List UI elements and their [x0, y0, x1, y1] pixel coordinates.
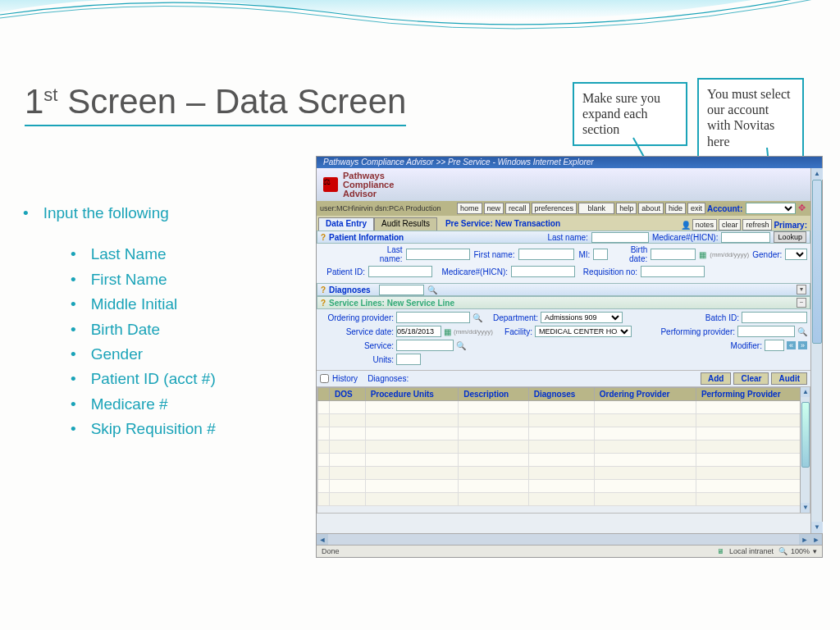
- status-zone: Local intranet: [729, 547, 774, 555]
- blank-abn-button[interactable]: blank ABN: [578, 203, 614, 214]
- units-input[interactable]: [396, 354, 421, 365]
- account-select[interactable]: [746, 203, 796, 214]
- gender-select[interactable]: [785, 249, 807, 260]
- req-input[interactable]: [641, 266, 705, 277]
- date-hint: (mm/dd/yyyy): [454, 328, 493, 336]
- col-ordering[interactable]: Ordering Provider: [594, 388, 696, 401]
- service-label: Service:: [320, 341, 394, 350]
- lookup-button[interactable]: Lookup: [774, 231, 806, 243]
- search-icon[interactable]: 🔍: [472, 313, 482, 322]
- hdr-medicare-label: Medicare#(HICN):: [652, 233, 719, 242]
- scroll-down-icon[interactable]: ▼: [801, 503, 810, 513]
- hdr-medicare-input[interactable]: [721, 232, 770, 243]
- diagnoses-input[interactable]: [379, 285, 424, 295]
- collapse-icon[interactable]: −: [797, 298, 806, 308]
- next-icon[interactable]: »: [798, 341, 807, 349]
- scroll-right2-icon[interactable]: ►: [810, 534, 822, 546]
- table-row[interactable]: [318, 480, 810, 493]
- help-icon[interactable]: ?: [321, 233, 326, 242]
- transaction-subtitle: Pre Service: New Transaction: [445, 219, 560, 228]
- recall-button[interactable]: recall: [505, 203, 530, 214]
- service-lines-header: ? Service Lines: New Service Line −: [317, 296, 810, 309]
- medicare-input[interactable]: [511, 266, 575, 277]
- scroll-thumb[interactable]: [812, 180, 822, 344]
- units-label: Units:: [320, 355, 394, 364]
- search-icon[interactable]: 🔍: [797, 327, 807, 336]
- dept-label: Department:: [485, 313, 538, 322]
- service-input[interactable]: [396, 340, 454, 351]
- hide-button[interactable]: hide: [665, 203, 686, 214]
- new-button[interactable]: new: [484, 203, 504, 214]
- tab-data-entry[interactable]: Data Entry: [318, 217, 374, 231]
- compass-icon[interactable]: ✥: [797, 203, 807, 214]
- prev-icon[interactable]: «: [787, 341, 796, 349]
- horizontal-scrollbar[interactable]: ◄ ► ►: [317, 533, 822, 545]
- exit-button[interactable]: exit: [687, 203, 705, 214]
- tab-audit-results[interactable]: Audit Results: [374, 217, 437, 231]
- audit-button[interactable]: Audit: [771, 372, 807, 385]
- help-icon[interactable]: ?: [321, 299, 326, 308]
- browser-vertical-scrollbar[interactable]: ▲ ▼: [810, 168, 822, 533]
- firstname-input[interactable]: [518, 249, 574, 260]
- diagnoses-header[interactable]: ? Diagnoses 🔍 ▾: [317, 283, 810, 296]
- table-row[interactable]: [318, 401, 810, 414]
- table-row[interactable]: [318, 427, 810, 441]
- table-row[interactable]: [318, 414, 810, 427]
- modifier-input[interactable]: [765, 340, 784, 351]
- search-icon[interactable]: 🔍: [456, 341, 466, 350]
- calendar-icon[interactable]: ▦: [444, 327, 451, 336]
- dept-select[interactable]: Admissions 909: [541, 312, 623, 323]
- birth-input[interactable]: [651, 249, 696, 260]
- scroll-up-icon[interactable]: ▲: [811, 168, 823, 180]
- refresh-button[interactable]: refresh: [742, 219, 772, 231]
- table-row[interactable]: [318, 493, 810, 506]
- chevron-down-icon[interactable]: ▾: [813, 547, 817, 555]
- col-description[interactable]: Description: [459, 388, 529, 401]
- help-icon[interactable]: ?: [321, 285, 326, 294]
- table-row[interactable]: [318, 467, 810, 480]
- home-button[interactable]: home: [457, 203, 482, 214]
- scroll-down-icon[interactable]: ▼: [811, 522, 823, 533]
- about-button[interactable]: about: [638, 203, 664, 214]
- req-label: Requisition no:: [578, 267, 637, 276]
- col-diagnoses[interactable]: Diagnoses: [528, 388, 594, 401]
- svcdate-input[interactable]: [396, 326, 441, 337]
- scroll-thumb[interactable]: [801, 402, 810, 468]
- scroll-right-icon[interactable]: ►: [799, 534, 810, 546]
- history-row: History Diagnoses: Add Clear Audit: [317, 370, 810, 386]
- scroll-left-icon[interactable]: ◄: [317, 534, 328, 546]
- lastname-input[interactable]: [406, 249, 470, 260]
- preferences-button[interactable]: preferences: [532, 203, 578, 214]
- clear-button[interactable]: Clear: [733, 372, 769, 385]
- clear-button[interactable]: clear: [719, 219, 742, 231]
- batch-label: Batch ID:: [694, 313, 739, 322]
- expand-icon[interactable]: ▾: [797, 285, 806, 294]
- search-icon[interactable]: 🔍: [427, 285, 437, 294]
- notes-button[interactable]: notes: [692, 219, 717, 231]
- table-row[interactable]: [318, 441, 810, 454]
- calendar-icon[interactable]: ▦: [699, 250, 706, 259]
- ordering-input[interactable]: [396, 312, 470, 323]
- table-row[interactable]: [318, 454, 810, 467]
- facility-select[interactable]: MEDICAL CENTER HOSPI: [535, 326, 632, 337]
- help-button[interactable]: help: [616, 203, 637, 214]
- col-performing[interactable]: Performing Provider: [696, 388, 809, 401]
- col-proc-units[interactable]: Procedure Units: [365, 388, 459, 401]
- patientid-input[interactable]: [368, 266, 432, 277]
- scroll-up-icon[interactable]: ▲: [801, 387, 810, 397]
- performing-input[interactable]: [737, 326, 795, 337]
- col-dos[interactable]: DOS: [330, 388, 366, 401]
- grid-vertical-scrollbar[interactable]: ▲ ▼: [800, 387, 810, 513]
- instruction-item: Gender: [71, 342, 216, 367]
- window-titlebar: Pathways Compliance Advisor >> Pre Servi…: [317, 157, 822, 168]
- person-icon[interactable]: 👤: [681, 221, 691, 230]
- zoom-control[interactable]: 🔍 100% ▾: [778, 547, 817, 555]
- instructions-lead: Input the following: [23, 201, 216, 226]
- add-button[interactable]: Add: [701, 372, 731, 385]
- hdr-lastname-input[interactable]: [591, 232, 649, 243]
- history-checkbox[interactable]: [320, 374, 329, 383]
- batch-input[interactable]: [742, 312, 807, 323]
- mi-input[interactable]: [593, 249, 608, 260]
- instruction-item: First Name: [71, 267, 216, 292]
- svcdate-label: Service date:: [320, 327, 394, 336]
